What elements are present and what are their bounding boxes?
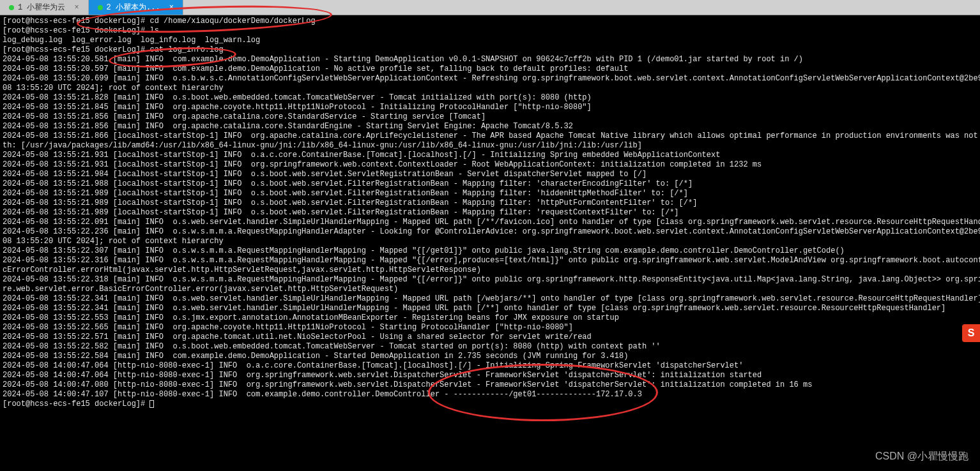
terminal-line: 2024-05-08 13:55:21.931 [localhost-start…: [3, 160, 977, 170]
terminal-line: 2024-05-08 13:55:20.597 [main] INFO com.…: [3, 64, 977, 74]
terminal-cursor: [149, 400, 154, 408]
terminal-line: 2024-05-08 13:55:22.236 [main] INFO o.s.…: [3, 227, 977, 237]
terminal-line: 2024-05-08 13:55:20.581 [main] INFO com.…: [3, 55, 977, 64]
terminal-line: 2024-05-08 13:55:21.989 [localhost-start…: [3, 208, 977, 218]
tab-label: 1 小瞿华为云: [18, 2, 65, 13]
terminal-line: 08 13:55:20 UTC 2024]; root of context h…: [3, 237, 977, 246]
ime-badge[interactable]: S: [962, 324, 980, 342]
terminal-line: 2024-05-08 13:55:22.341 [main] INFO o.s.…: [3, 294, 977, 304]
terminal-line: 2024-05-08 13:55:22.316 [main] INFO o.s.…: [3, 256, 977, 265]
close-icon[interactable]: ×: [74, 3, 79, 12]
terminal-line: 2024-05-08 14:00:47.064 [http-nio-8080-e…: [3, 361, 977, 371]
terminal-line: 2024-05-08 13:55:22.091 [main] INFO o.s.…: [3, 218, 977, 227]
terminal-line: 2024-05-08 13:55:21.988 [localhost-start…: [3, 179, 977, 189]
terminal-line: 2024-05-08 13:55:21.984 [localhost-start…: [3, 170, 977, 179]
terminal-line: 2024-05-08 13:55:21.989 [localhost-start…: [3, 198, 977, 208]
terminal-line: 2024-05-08 13:55:22.553 [main] INFO o.s.…: [3, 313, 977, 323]
terminal-line: 2024-05-08 14:00:47.064 [http-nio-8080-e…: [3, 371, 977, 380]
tab-bar: 1 小瞿华为云 × 2 小瞿本为... ×: [0, 0, 980, 15]
terminal-line: 2024-05-08 13:55:21.931 [localhost-start…: [3, 151, 977, 160]
terminal-line: 2024-05-08 13:55:21.828 [main] INFO o.s.…: [3, 93, 977, 103]
close-icon[interactable]: ×: [169, 3, 174, 12]
terminal-line: 2024-05-08 14:00:47.107 [http-nio-8080-e…: [3, 390, 977, 400]
terminal-line: re.web.servlet.error.BasicErrorControlle…: [3, 285, 977, 294]
terminal-line: 2024-05-08 13:55:20.699 [main] INFO o.s.…: [3, 74, 977, 84]
terminal-line: log_debug.log log_error.log log_info.log…: [3, 36, 977, 45]
terminal-line: 2024-05-08 13:55:22.584 [main] INFO com.…: [3, 352, 977, 361]
terminal-line: th: [/usr/java/packages/lib/amd64:/usr/l…: [3, 141, 977, 151]
terminal-line: 2024-05-08 13:55:22.571 [main] INFO org.…: [3, 333, 977, 342]
terminal-line: 2024-05-08 13:55:21.856 [main] INFO org.…: [3, 112, 977, 122]
terminal-line: 2024-05-08 13:55:22.318 [main] INFO o.s.…: [3, 275, 977, 285]
terminal-line: 2024-05-08 13:55:21.845 [main] INFO org.…: [3, 103, 977, 112]
terminal-line: [root@hcss-ecs-fe15 dockerLog]# ls: [3, 26, 977, 36]
terminal-line: [root@hcss-ecs-fe15 dockerLog]# cat log_…: [3, 45, 977, 55]
terminal-line: [root@hcss-ecs-fe15 dockerLog]#: [3, 400, 977, 409]
status-dot-icon: [98, 5, 103, 10]
ime-badge-letter: S: [968, 327, 975, 339]
terminal-line: 2024-05-08 14:00:47.080 [http-nio-8080-e…: [3, 380, 977, 390]
terminal-line: 2024-05-08 13:55:22.341 [main] INFO o.s.…: [3, 304, 977, 313]
terminal-line: 08 13:55:20 UTC 2024]; root of context h…: [3, 84, 977, 93]
tab-label: 2 小瞿本为...: [107, 2, 160, 13]
terminal-line: 2024-05-08 13:55:22.565 [main] INFO org.…: [3, 323, 977, 333]
tab-session-1[interactable]: 1 小瞿华为云 ×: [0, 0, 89, 15]
terminal-line: [root@hcss-ecs-fe15 dockerLog]# cd /home…: [3, 17, 977, 26]
terminal-line: 2024-05-08 13:55:21.989 [localhost-start…: [3, 189, 977, 198]
terminal-line: 2024-05-08 13:55:21.866 [localhost-start…: [3, 131, 977, 141]
terminal-output[interactable]: [root@hcss-ecs-fe15 dockerLog]# cd /home…: [0, 15, 980, 410]
terminal-line: 2024-05-08 13:55:22.582 [main] INFO o.s.…: [3, 342, 977, 352]
watermark: CSDN @小瞿慢慢跑: [875, 450, 969, 463]
terminal-line: 2024-05-08 13:55:22.307 [main] INFO o.s.…: [3, 246, 977, 256]
status-dot-icon: [9, 5, 14, 10]
terminal-line: 2024-05-08 13:55:21.856 [main] INFO org.…: [3, 122, 977, 131]
tab-session-2[interactable]: 2 小瞿本为... ×: [89, 0, 183, 15]
terminal-line: cErrorController.errorHtml(javax.servlet…: [3, 265, 977, 275]
